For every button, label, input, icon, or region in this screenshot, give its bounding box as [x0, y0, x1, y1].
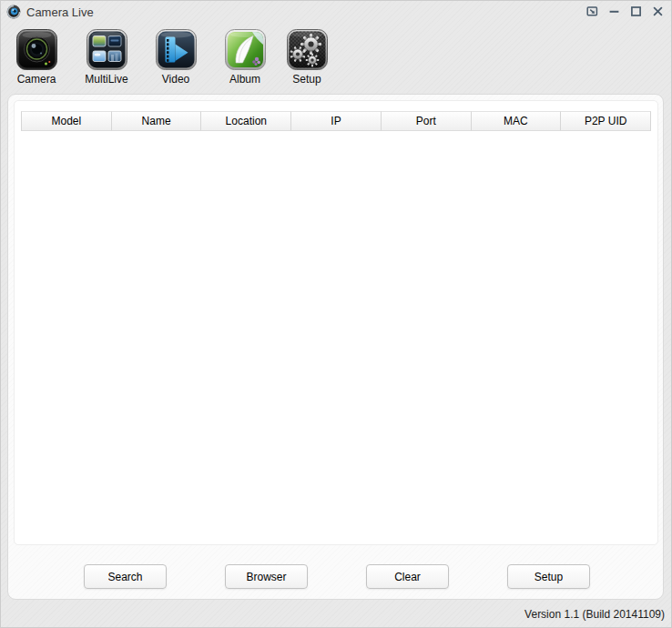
- search-button[interactable]: Search: [84, 564, 167, 589]
- column-header-ip[interactable]: IP: [291, 111, 382, 131]
- toolbar-item-setup[interactable]: Setup: [274, 29, 340, 86]
- album-photo-icon: [212, 29, 278, 70]
- close-icon[interactable]: [649, 3, 667, 20]
- video-filmstrip-icon: [143, 29, 209, 70]
- camera-live-window: Camera Live: [0, 0, 672, 628]
- camera-icon: [4, 29, 69, 70]
- device-list-body: [21, 131, 651, 537]
- column-header-port[interactable]: Port: [382, 111, 472, 131]
- column-header-location[interactable]: Location: [201, 111, 291, 131]
- window-controls: [579, 3, 667, 20]
- toolbar-item-video[interactable]: Video: [143, 29, 209, 86]
- toolbar-label-multilive: MultiLive: [74, 73, 139, 86]
- titlebar: Camera Live: [0, 0, 672, 24]
- toolbar-item-multilive[interactable]: MultiLive: [74, 29, 139, 86]
- toolbar-item-camera[interactable]: Camera: [4, 29, 69, 86]
- toolbar-item-album[interactable]: Album: [212, 29, 278, 86]
- toolbar-label-setup: Setup: [274, 73, 340, 86]
- maximize-icon[interactable]: [627, 3, 645, 20]
- window-title: Camera Live: [26, 5, 94, 19]
- minimize-icon[interactable]: [606, 3, 623, 20]
- browser-button[interactable]: Browser: [225, 564, 308, 589]
- table-header-row: Model Name Location IP Port MAC P2P UID: [21, 111, 651, 131]
- multilive-grid-icon: [74, 29, 139, 70]
- clear-button[interactable]: Clear: [366, 564, 449, 589]
- toolbar-label-video: Video: [143, 73, 209, 86]
- setup-button[interactable]: Setup: [507, 564, 590, 589]
- toolbar-label-album: Album: [212, 73, 278, 86]
- float-window-icon[interactable]: [584, 3, 601, 20]
- app-logo-icon: [6, 5, 21, 19]
- column-header-model[interactable]: Model: [21, 111, 112, 131]
- column-header-name[interactable]: Name: [112, 111, 202, 131]
- column-header-mac[interactable]: MAC: [472, 111, 562, 131]
- version-label: Version 1.1 (Build 20141109): [524, 608, 665, 621]
- column-header-p2p-uid[interactable]: P2P UID: [561, 111, 651, 131]
- device-list-panel: Model Name Location IP Port MAC P2P UID: [7, 94, 664, 600]
- device-table: Model Name Location IP Port MAC P2P UID: [14, 100, 658, 545]
- gears-icon: [274, 29, 340, 70]
- toolbar-label-camera: Camera: [4, 73, 69, 86]
